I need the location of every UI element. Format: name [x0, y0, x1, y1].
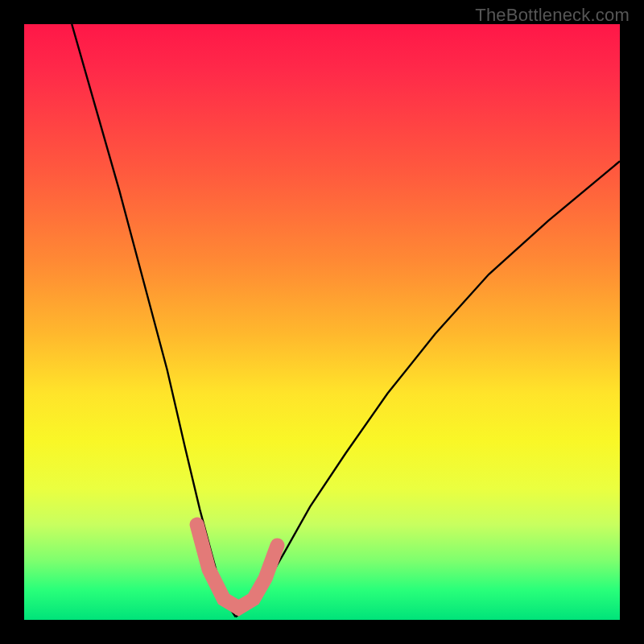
bottleneck-curve-right	[236, 161, 620, 617]
watermark-label: TheBottleneck.com	[475, 5, 630, 26]
optimal-range-marker	[197, 525, 278, 609]
plot-area	[24, 24, 620, 620]
chart-container: TheBottleneck.com	[0, 0, 644, 644]
bottleneck-curve-left	[72, 24, 236, 617]
curve-overlay	[24, 24, 620, 620]
